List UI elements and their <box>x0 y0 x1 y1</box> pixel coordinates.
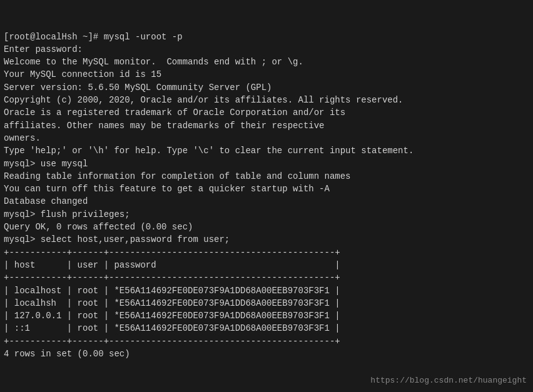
watermark: https://blog.csdn.net/huangeight <box>370 375 527 387</box>
terminal-line-l23: mysql> select host,user,password from us… <box>4 233 529 246</box>
terminal-line-l2: Enter password: <box>4 43 529 56</box>
terminal-line-l7: Copyright (c) 2000, 2020, Oracle and/or … <box>4 94 529 106</box>
terminal-line-l15: mysql> use mysql <box>4 158 529 170</box>
terminal-line-l31: +-----------+------+--------------------… <box>4 335 529 348</box>
terminal-content: [root@localHsh ~]# mysql -uroot -pEnter … <box>4 31 529 361</box>
terminal-line-l10: affiliates. Other names may be trademark… <box>4 119 529 132</box>
terminal-line-l4: Your MySQL connection id is 15 <box>4 68 529 81</box>
terminal-line-l25: | host | user | password | <box>4 259 529 271</box>
terminal-line-l19: Database changed <box>4 195 529 208</box>
terminal-line-l26: +-----------+------+--------------------… <box>4 271 529 284</box>
terminal-line-l17: You can turn off this feature to get a q… <box>4 183 529 195</box>
terminal-window[interactable]: [root@localHsh ~]# mysql -uroot -pEnter … <box>0 0 533 392</box>
terminal-line-l5: Server version: 5.6.50 MySQL Community S… <box>4 81 529 94</box>
terminal-line-l29: | 127.0.0.1 | root | *E56A114692FE0DE073… <box>4 309 529 322</box>
terminal-line-l20: mysql> flush privileges; <box>4 208 529 221</box>
terminal-line-l16: Reading table information for completion… <box>4 170 529 183</box>
terminal-line-l28: | localhsh | root | *E56A114692FE0DE073F… <box>4 297 529 309</box>
terminal-line-l3: Welcome to the MySQL monitor. Commands e… <box>4 56 529 68</box>
terminal-line-l11: owners. <box>4 132 529 144</box>
terminal-line-l30: | ::1 | root | *E56A114692FE0DE073F9A1DD… <box>4 322 529 334</box>
terminal-line-l27: | localhost | root | *E56A114692FE0DE073… <box>4 284 529 297</box>
terminal-line-l9: Oracle is a registered trademark of Orac… <box>4 106 529 119</box>
terminal-line-l32: 4 rows in set (0.00 sec) <box>4 348 529 360</box>
terminal-line-l24: +-----------+------+--------------------… <box>4 246 529 259</box>
terminal-line-l13: Type 'help;' or '\h' for help. Type '\c'… <box>4 144 529 157</box>
terminal-line-l21: Query OK, 0 rows affected (0.00 sec) <box>4 221 529 233</box>
terminal-line-l1: [root@localHsh ~]# mysql -uroot -p <box>4 31 529 43</box>
